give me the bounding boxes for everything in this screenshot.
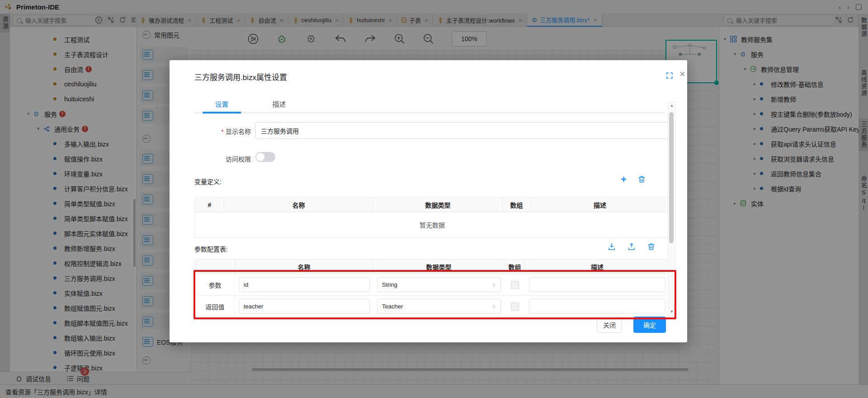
toggle-knob xyxy=(256,153,264,161)
variables-header-col-1: 名称 xyxy=(224,198,373,212)
param-name-input[interactable] xyxy=(239,277,370,292)
params-header-col-2: 数据类型 xyxy=(373,260,505,274)
variables-header-col-3: 数组 xyxy=(503,198,531,212)
expand-icon[interactable] xyxy=(666,72,673,81)
params-section-label: 参数配置表: xyxy=(194,244,228,253)
display-name-label: *显示名称 xyxy=(194,127,251,136)
close-button[interactable]: 关闭 xyxy=(597,317,622,333)
variables-header-col-2: 数据类型 xyxy=(373,198,503,212)
params-header-col-0 xyxy=(195,260,235,274)
close-icon[interactable]: × xyxy=(679,69,685,79)
properties-dialog: 三方服务调用.bizx属性设置 × 设置 描述 *显示名称 访问权限 变量定义:… xyxy=(170,60,687,342)
export-params-icon[interactable] xyxy=(627,242,636,251)
param-name-cell xyxy=(235,296,373,317)
param-row-1: 返回值Teacher∨ xyxy=(195,296,669,317)
array-checkbox[interactable] xyxy=(511,281,519,289)
scroll-up-icon[interactable]: ▲ xyxy=(668,103,675,108)
access-toggle[interactable] xyxy=(255,152,275,162)
variables-empty-state: 暂无数据 xyxy=(195,212,669,237)
add-variable-icon[interactable]: + xyxy=(621,175,627,184)
ok-button[interactable]: 确定 xyxy=(633,317,666,333)
param-desc-input[interactable] xyxy=(529,277,665,292)
tab-track xyxy=(194,112,665,114)
chevron-down-icon: ∨ xyxy=(492,303,496,309)
variables-header-col-0: # xyxy=(195,198,224,212)
variables-section-label: 变量定义: xyxy=(194,177,222,186)
dialog-title: 三方服务调用.bizx属性设置 xyxy=(194,71,287,82)
params-table-body: 参数String∨返回值Teacher∨ xyxy=(195,274,669,317)
params-header-col-3: 数组 xyxy=(505,260,525,274)
variables-table: #名称数据类型数组描述 暂无数据 xyxy=(195,197,670,238)
param-type-select[interactable]: Teacher∨ xyxy=(377,299,501,314)
param-type-cell: String∨ xyxy=(373,274,505,295)
params-table: 名称数据类型数组描述 参数String∨返回值Teacher∨ xyxy=(195,259,670,317)
delete-params-icon[interactable] xyxy=(647,242,656,251)
param-row-label: 参数 xyxy=(195,274,235,295)
param-desc-input[interactable] xyxy=(529,299,665,314)
param-array-cell xyxy=(505,296,525,317)
primeton-ide-window: Primeton-IDE ‹ › AI 催办测试流程×工程测试×自由流×cesh… xyxy=(0,0,868,398)
tab-ink-bar xyxy=(203,112,241,114)
scroll-down-icon[interactable]: ▼ xyxy=(668,309,675,314)
scroll-thumb[interactable] xyxy=(669,112,674,243)
param-type-value: String xyxy=(382,281,397,288)
param-desc-cell xyxy=(525,296,669,317)
array-checkbox[interactable] xyxy=(511,303,519,311)
dialog-scrollbar[interactable]: ▲ ▼ xyxy=(668,102,676,315)
param-row-0: 参数String∨ xyxy=(195,274,669,296)
access-label: 访问权限 xyxy=(194,154,251,163)
param-name-cell xyxy=(235,274,373,295)
param-type-cell: Teacher∨ xyxy=(373,296,505,317)
chevron-down-icon: ∨ xyxy=(492,282,496,288)
param-type-select[interactable]: String∨ xyxy=(377,277,501,292)
dialog-tab-description[interactable]: 描述 xyxy=(260,99,298,109)
required-asterisk: * xyxy=(222,128,224,135)
import-params-icon[interactable] xyxy=(607,242,616,251)
variables-header-col-4: 描述 xyxy=(531,198,669,212)
display-name-input[interactable] xyxy=(255,122,674,139)
params-actions xyxy=(607,242,656,251)
variables-table-header: #名称数据类型数组描述 xyxy=(195,198,669,212)
dialog-tab-settings[interactable]: 设置 xyxy=(203,99,241,109)
variables-actions: + xyxy=(621,175,646,184)
params-header-col-1: 名称 xyxy=(235,260,373,274)
param-desc-cell xyxy=(525,274,669,295)
param-array-cell xyxy=(505,274,525,295)
param-row-label: 返回值 xyxy=(195,296,235,317)
params-header-col-4: 描述 xyxy=(525,260,669,274)
delete-variable-icon[interactable] xyxy=(637,175,646,184)
params-table-header: 名称数据类型数组描述 xyxy=(195,260,669,274)
param-name-input[interactable] xyxy=(239,299,370,314)
param-type-value: Teacher xyxy=(382,303,403,310)
